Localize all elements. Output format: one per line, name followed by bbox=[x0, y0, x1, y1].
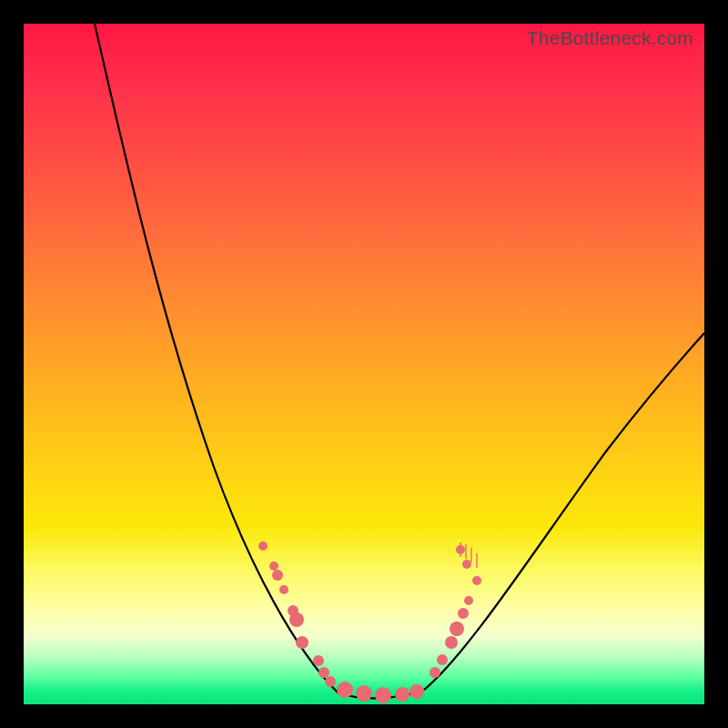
svg-point-3 bbox=[279, 585, 288, 594]
svg-point-9 bbox=[325, 676, 336, 687]
svg-point-17 bbox=[445, 636, 458, 649]
svg-point-1 bbox=[269, 561, 278, 571]
beads bbox=[258, 541, 481, 703]
svg-point-16 bbox=[437, 654, 448, 665]
svg-point-7 bbox=[313, 655, 324, 666]
svg-point-10 bbox=[337, 682, 353, 698]
chart-frame: TheBottleneck.com bbox=[24, 24, 704, 704]
svg-point-19 bbox=[458, 608, 469, 619]
svg-point-21 bbox=[472, 576, 481, 585]
svg-point-13 bbox=[395, 687, 410, 702]
svg-point-18 bbox=[450, 622, 464, 636]
svg-point-22 bbox=[462, 560, 471, 569]
svg-point-14 bbox=[410, 684, 424, 699]
svg-point-2 bbox=[272, 570, 283, 581]
svg-point-5 bbox=[289, 612, 304, 627]
left-branch bbox=[95, 24, 338, 693]
right-branch bbox=[424, 333, 704, 690]
svg-point-20 bbox=[464, 596, 473, 605]
svg-point-0 bbox=[258, 541, 268, 551]
svg-point-8 bbox=[318, 667, 329, 678]
bottleneck-curve bbox=[24, 24, 704, 704]
svg-point-11 bbox=[356, 685, 372, 702]
svg-point-6 bbox=[296, 636, 308, 649]
svg-point-15 bbox=[430, 667, 440, 678]
svg-point-12 bbox=[375, 687, 391, 703]
